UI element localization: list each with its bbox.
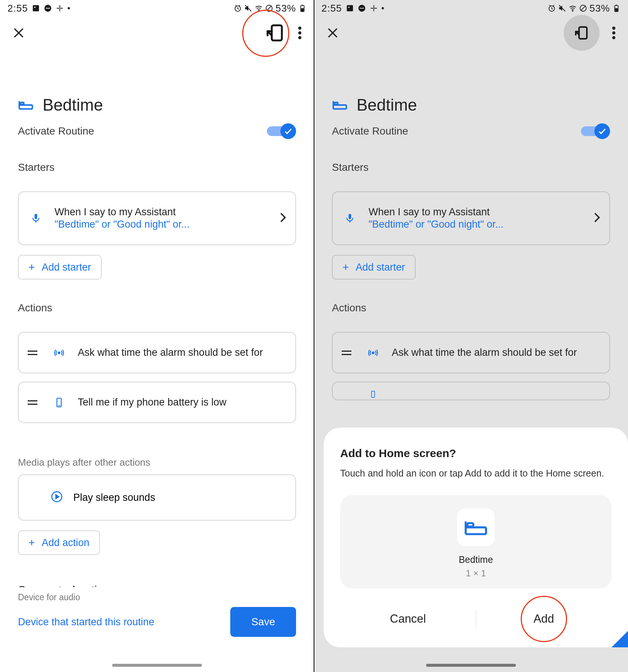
battery-percent: 53% [589,3,610,14]
add-starter-button[interactable]: + Add starter [332,255,416,280]
svg-point-16 [298,31,302,35]
action-card[interactable]: Tell me if my phone battery is low [18,382,296,423]
svg-rect-46 [372,391,375,398]
plus-icon: + [28,536,35,549]
add-to-home-dialog: Add to Home screen? Touch and hold an ic… [324,428,628,647]
alarm-icon [548,4,556,12]
starter-card[interactable]: When I say to my Assistant "Bedtime" or … [332,191,610,245]
add-to-home-button[interactable] [265,22,286,43]
action-card[interactable] [332,382,610,400]
svg-rect-44 [349,214,351,219]
add-to-home-button[interactable] [564,15,600,51]
svg-point-20 [58,352,60,354]
shortcut-preview[interactable]: Bedtime 1 × 1 [340,495,612,588]
add-starter-label: Add starter [356,262,405,273]
plus-icon: + [342,261,349,274]
svg-point-42 [612,36,616,40]
svg-line-8 [267,6,272,11]
svg-rect-11 [301,8,304,11]
device-selector[interactable]: Device that started this routine [18,616,154,628]
svg-rect-19 [35,214,37,219]
svg-rect-39 [579,27,587,39]
routine-title: Bedtime [43,96,103,114]
photos-icon [346,4,354,12]
shortcut-icon [457,509,495,546]
action-text: Ask what time the alarm should be set fo… [392,347,600,358]
battery-percent: 53% [275,3,296,14]
action-card[interactable]: Ask what time the alarm should be set fo… [18,332,296,373]
overflow-menu-button[interactable] [609,27,619,39]
starters-section-label: Starters [332,161,610,173]
cancel-button[interactable]: Cancel [340,604,476,634]
dialog-title: Add to Home screen? [340,447,612,460]
dnd-icon [44,4,52,12]
bed-icon [332,97,348,113]
drag-handle-icon[interactable] [28,400,40,405]
app-bar [314,16,628,49]
mic-icon [342,213,358,224]
plus-icon: + [28,261,35,274]
close-button[interactable] [324,25,341,41]
slack-icon [56,4,64,12]
dialog-description: Touch and hold an icon or tap Add to add… [340,468,612,479]
mic-icon [28,213,44,224]
play-icon [51,491,63,504]
mute-icon [558,4,566,12]
svg-point-15 [298,27,302,30]
status-time: 2:55 [7,3,28,14]
svg-point-41 [612,31,616,35]
phone-icon [51,397,67,408]
overflow-menu-button[interactable] [295,27,305,39]
battery-icon [612,4,621,12]
more-notifications-icon [382,7,384,9]
status-time: 2:55 [321,3,342,14]
add-button[interactable]: Add [476,604,612,634]
svg-marker-24 [56,495,59,499]
activate-routine-label: Activate Routine [18,125,94,137]
drag-handle-icon[interactable] [28,351,40,355]
bottom-bar: Device for audio Device that started thi… [0,587,314,644]
activate-routine-toggle[interactable] [267,123,296,139]
svg-rect-28 [360,8,364,9]
device-for-audio-label: Device for audio [18,592,296,602]
starter-card[interactable]: When I say to my Assistant "Bedtime" or … [18,191,296,245]
save-button[interactable]: Save [230,607,296,637]
svg-line-33 [581,6,586,11]
svg-point-40 [612,27,616,30]
no-sim-icon [265,4,273,12]
actions-section-label: Actions [332,302,610,314]
svg-rect-35 [616,5,617,6]
wifi-icon [255,4,263,12]
svg-rect-0 [33,5,39,12]
svg-rect-47 [467,523,473,527]
starter-subtitle: "Bedtime" or "Good night" or... [369,219,583,230]
nav-gesture-bar [426,664,516,667]
starters-section-label: Starters [18,161,296,173]
action-text: Ask what time the alarm should be set fo… [78,347,286,358]
add-action-button[interactable]: + Add action [18,530,100,555]
phone-icon [365,389,381,400]
svg-rect-18 [21,102,24,104]
close-button[interactable] [10,25,27,41]
add-action-label: Add action [42,537,90,549]
chevron-right-icon [594,212,600,224]
drag-handle-icon[interactable] [342,351,354,355]
svg-point-1 [34,6,36,8]
svg-rect-10 [302,5,303,6]
activate-routine-toggle[interactable] [581,123,610,139]
more-notifications-icon [68,7,70,9]
media-action-card[interactable]: Play sleep sounds [18,474,296,521]
add-starter-button[interactable]: + Add starter [18,255,102,280]
nav-gesture-bar [112,664,202,667]
svg-point-17 [298,36,302,40]
starter-title: When I say to my Assistant [55,206,269,218]
media-action-text: Play sleep sounds [73,492,155,503]
shortcut-name: Bedtime [459,554,493,565]
action-card[interactable]: Ask what time the alarm should be set fo… [332,332,610,373]
bed-icon [18,97,34,113]
photos-icon [32,4,40,12]
no-sim-icon [579,4,587,12]
actions-section-label: Actions [18,302,296,314]
starter-subtitle: "Bedtime" or "Good night" or... [55,219,269,230]
action-text: Tell me if my phone battery is low [78,397,286,408]
